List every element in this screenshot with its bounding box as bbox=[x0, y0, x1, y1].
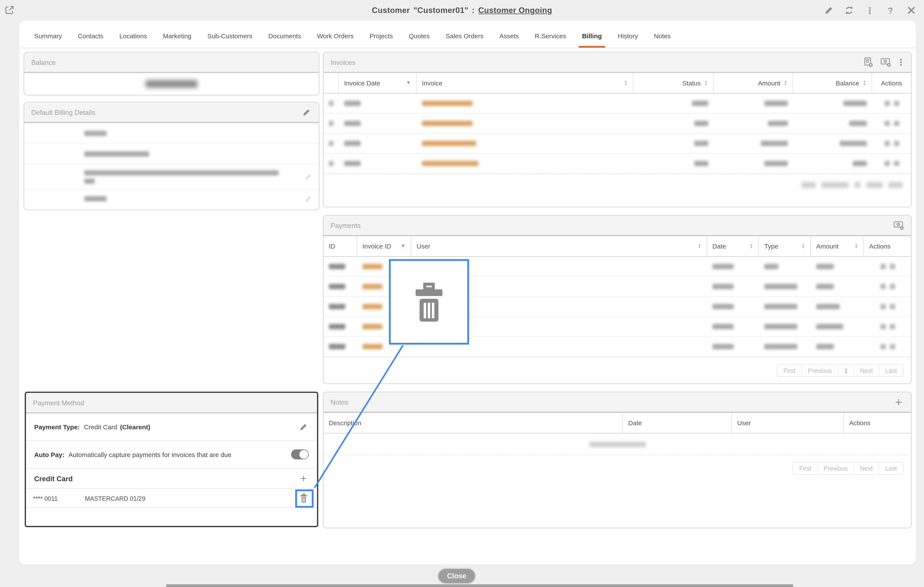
column-header-id: ID bbox=[323, 236, 357, 256]
invoice-row-redacted[interactable] bbox=[323, 154, 911, 174]
invoices-title: Invoices bbox=[331, 59, 356, 66]
customer-ongoing-link[interactable]: Customer Ongoing bbox=[478, 6, 552, 15]
add-payment-icon[interactable] bbox=[880, 57, 891, 67]
auto-pay-row: Auto Pay: Automatically capture payments… bbox=[26, 441, 317, 469]
invoices-panel: Invoices ⋮ bbox=[323, 52, 911, 207]
billing-details-panel: Default Billing Details bbox=[23, 102, 319, 210]
tab-history[interactable]: History bbox=[617, 29, 639, 43]
pagination-last[interactable]: Last bbox=[879, 462, 903, 474]
tab-projects[interactable]: Projects bbox=[369, 29, 394, 43]
column-header-date[interactable]: Date▲▼ bbox=[707, 236, 759, 256]
invoices-table-header: Invoice Date▼Invoice▲▼Status▲▼Amount▲▼Ba… bbox=[323, 73, 911, 94]
column-header-actions: Actions bbox=[872, 73, 911, 93]
tab-locations[interactable]: Locations bbox=[119, 29, 148, 43]
sort-both-icon: ▲▼ bbox=[749, 243, 753, 249]
pagination-previous[interactable]: Previous bbox=[817, 462, 853, 474]
delete-card-trash-icon[interactable] bbox=[299, 493, 308, 503]
column-header-amount[interactable]: Amount▲▼ bbox=[811, 236, 864, 256]
sort-desc-icon: ▼ bbox=[406, 81, 411, 86]
tab-documents[interactable]: Documents bbox=[268, 29, 302, 43]
pagination-first[interactable]: First bbox=[777, 365, 801, 377]
tab-contacts[interactable]: Contacts bbox=[77, 29, 104, 43]
column-header-balance[interactable]: Balance▲▼ bbox=[793, 73, 872, 93]
pagination-first[interactable]: First bbox=[793, 462, 817, 474]
tab-r-services[interactable]: R.Services bbox=[534, 29, 567, 43]
sort-both-icon: ▲▼ bbox=[855, 243, 858, 249]
tab-summary[interactable]: Summary bbox=[33, 29, 63, 43]
page-title: Customer "Customer01" : Customer Ongoing bbox=[0, 0, 924, 21]
title-colon: : bbox=[472, 6, 475, 15]
payments-table-header: IDInvoice ID▼User▲▼Date▲▼Type▲▼Amount▲▼A… bbox=[323, 236, 911, 257]
tab-notes[interactable]: Notes bbox=[653, 29, 672, 43]
pagination-next[interactable]: Next bbox=[854, 365, 879, 377]
column-header-user: User bbox=[732, 413, 844, 433]
kebab-menu-icon[interactable]: ⋮ bbox=[865, 6, 874, 15]
refresh-icon[interactable] bbox=[844, 6, 854, 15]
title-prefix: Customer bbox=[372, 6, 410, 15]
tab-sub-customers[interactable]: Sub-Customers bbox=[207, 29, 253, 43]
add-note-icon[interactable]: + bbox=[893, 397, 904, 407]
column-header-description: Description bbox=[323, 413, 623, 433]
pagination-next[interactable]: Next bbox=[854, 462, 879, 474]
tab-sales-orders[interactable]: Sales Orders bbox=[445, 29, 484, 43]
notes-pagination: FirstPreviousNextLast bbox=[793, 462, 903, 475]
billing-detail-row-redacted bbox=[24, 190, 319, 208]
edit-pencil-icon[interactable] bbox=[824, 6, 833, 15]
column-header-invoice-id[interactable]: Invoice ID▼ bbox=[357, 236, 411, 256]
column-header-status[interactable]: Status▲▼ bbox=[634, 73, 713, 93]
help-icon[interactable]: ? bbox=[886, 6, 895, 15]
close-x-icon[interactable] bbox=[906, 6, 916, 15]
sort-both-icon: ▲▼ bbox=[784, 80, 787, 86]
notes-empty-text-redacted bbox=[589, 442, 645, 447]
column-header-invoice-date[interactable]: Invoice Date▼ bbox=[339, 73, 417, 93]
title-customer-name: "Customer01" bbox=[414, 6, 469, 15]
close-button[interactable]: Close bbox=[439, 569, 475, 583]
column-header-type[interactable]: Type▲▼ bbox=[759, 236, 811, 256]
column-header-user[interactable]: User▲▼ bbox=[411, 236, 707, 256]
column-header-actions: Actions bbox=[864, 236, 911, 256]
billing-details-body bbox=[24, 123, 319, 208]
balance-panel: Balance bbox=[23, 52, 319, 95]
balance-title: Balance bbox=[31, 59, 56, 66]
sort-desc-icon: ▼ bbox=[401, 244, 406, 248]
sort-both-icon: ▲▼ bbox=[704, 80, 708, 86]
tab-quotes[interactable]: Quotes bbox=[408, 29, 431, 43]
billing-detail-row-redacted bbox=[24, 123, 319, 144]
tab-bar: SummaryContactsLocationsMarketingSub-Cus… bbox=[33, 28, 901, 44]
notes-empty-state bbox=[323, 433, 911, 447]
column-header-select bbox=[323, 73, 339, 93]
invoice-row-redacted[interactable] bbox=[323, 114, 911, 134]
payment-method-title: Payment Method bbox=[33, 399, 84, 406]
billing-detail-row-redacted bbox=[24, 164, 319, 190]
add-credit-card-icon[interactable]: + bbox=[298, 473, 309, 484]
column-header-invoice[interactable]: Invoice▲▼ bbox=[417, 73, 634, 93]
add-invoice-icon[interactable] bbox=[863, 57, 873, 67]
column-header-date: Date bbox=[623, 413, 732, 433]
billing-details-title: Default Billing Details bbox=[31, 109, 95, 116]
edit-pencil-icon[interactable] bbox=[301, 107, 312, 117]
annotation-highlight-box bbox=[295, 490, 314, 508]
invoice-row-redacted[interactable] bbox=[323, 94, 911, 114]
add-payment-icon[interactable] bbox=[893, 220, 904, 230]
annotation-trash-callout bbox=[389, 259, 469, 345]
sort-both-icon: ▲▼ bbox=[698, 243, 701, 249]
column-header-amount[interactable]: Amount▲▼ bbox=[714, 73, 793, 93]
pagination-last[interactable]: Last bbox=[879, 365, 903, 377]
card-details: MASTERCARD 01/29 bbox=[85, 495, 145, 501]
auto-pay-label: Auto Pay: bbox=[34, 451, 64, 458]
payments-pagination: FirstPrevious1NextLast bbox=[777, 364, 903, 377]
edit-pencil-icon[interactable] bbox=[298, 421, 309, 432]
pagination-previous[interactable]: Previous bbox=[801, 365, 838, 377]
invoices-pagination-redacted[interactable] bbox=[802, 182, 903, 188]
credit-card-section-header: Credit Card + bbox=[26, 469, 317, 489]
auto-pay-toggle[interactable] bbox=[291, 449, 309, 459]
tab-billing[interactable]: Billing bbox=[581, 29, 602, 43]
invoices-kebab-icon[interactable]: ⋮ bbox=[898, 57, 904, 67]
tab-marketing[interactable]: Marketing bbox=[162, 29, 192, 43]
tab-assets[interactable]: Assets bbox=[499, 29, 519, 43]
pagination-1[interactable]: 1 bbox=[838, 365, 854, 377]
tabs-divider bbox=[20, 48, 916, 48]
auto-pay-description: Automatically capture payments for invoi… bbox=[69, 451, 231, 458]
invoice-row-redacted[interactable] bbox=[323, 134, 911, 154]
tab-work-orders[interactable]: Work Orders bbox=[316, 29, 354, 43]
